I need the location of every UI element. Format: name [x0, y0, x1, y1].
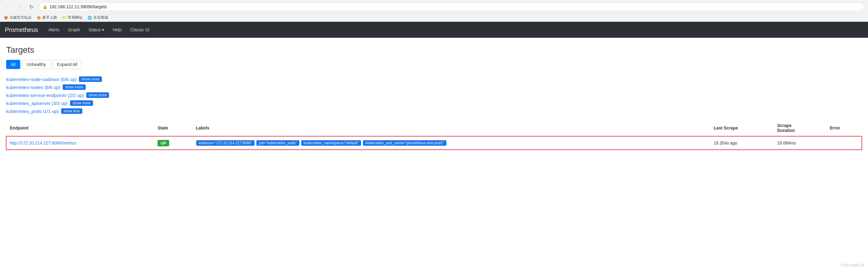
nav-item-graph[interactable]: Graph	[64, 23, 85, 37]
filter-all-button[interactable]: All	[6, 60, 20, 69]
target-group-pods-link[interactable]: kubernetes_pods (1/1 up)	[6, 109, 59, 114]
page-title: Targets	[6, 45, 862, 55]
target-group-service-endpoints: kubernetes-service-endpoints (2/2 up) sh…	[6, 92, 862, 98]
nav-link-help[interactable]: Help	[108, 23, 126, 37]
folder-icon: 📁	[62, 15, 67, 20]
service-endpoints-show-more-button[interactable]: show more	[86, 92, 109, 98]
table-header-row: Endpoint State Labels Last Scrape Scrape…	[6, 120, 862, 136]
bookmark-jd[interactable]: 🌐 京东商城	[88, 15, 108, 20]
cell-state: UP	[154, 136, 192, 150]
bookmark-firefox[interactable]: 🦊 火狐官方站点	[4, 15, 32, 20]
bookmark-label: 京东商城	[93, 15, 108, 20]
firefox-icon: 🦊	[4, 15, 8, 20]
col-header-endpoint: Endpoint	[6, 120, 154, 136]
nav-link-classic-ui[interactable]: Classic UI	[126, 23, 154, 37]
reload-button[interactable]: ↻	[27, 2, 36, 11]
bookmark-common[interactable]: 📁 常用网址	[62, 15, 83, 20]
nav-item-alerts[interactable]: Alerts	[44, 23, 64, 37]
table-row: http://172.20.214.227:8080/metrics UP in…	[6, 136, 862, 150]
filter-unhealthy-button[interactable]: Unhealthy	[22, 60, 51, 69]
cell-endpoint: http://172.20.214.227:8080/metrics	[6, 136, 154, 150]
bookmark-newbie[interactable]: 🔶 新手上路	[36, 15, 57, 20]
back-button[interactable]: ←	[4, 2, 12, 11]
nav-link-graph[interactable]: Graph	[64, 23, 85, 37]
nav-link-status[interactable]: Status ▾	[85, 23, 109, 37]
cell-scrape-duration: 18.684ms	[773, 136, 826, 150]
pods-show-less-button[interactable]: show less	[61, 108, 82, 114]
target-group-cadvisor: kubernetes-node-cadvisor (6/6 up) show m…	[6, 76, 862, 82]
cell-error	[826, 136, 862, 150]
table-body: http://172.20.214.227:8080/metrics UP in…	[6, 136, 862, 150]
table-header: Endpoint State Labels Last Scrape Scrape…	[6, 120, 862, 136]
jd-icon: 🌐	[88, 15, 92, 20]
nav-item-help[interactable]: Help	[108, 23, 126, 37]
bookmarks-bar: 🦊 火狐官方站点 🔶 新手上路 📁 常用网址 🌐 京东商城	[0, 13, 868, 22]
navbar: Prometheus Alerts Graph Status ▾ Help Cl…	[0, 22, 868, 38]
target-group-cadvisor-link[interactable]: kubernetes-node-cadvisor (6/6 up)	[6, 77, 76, 82]
address-bar[interactable]: 🔒 192.168.122.11:39090/targets	[39, 2, 864, 11]
label-tag-pod-name: kubernetes_pod_name="prometheus-test-pod…	[363, 140, 446, 146]
security-icon: 🔒	[43, 5, 48, 9]
main-content: Targets All Unhealthy Expand All kuberne…	[0, 38, 868, 157]
filter-bar: All Unhealthy Expand All	[6, 60, 862, 69]
apiserver-show-more-button[interactable]: show more	[70, 100, 93, 106]
bookmark-label: 常用网址	[68, 15, 83, 20]
target-group-nodes-link[interactable]: kubernetes-nodes (6/6 up)	[6, 85, 60, 90]
state-badge: UP	[157, 140, 169, 146]
bookmark-label: 新手上路	[42, 15, 57, 20]
label-tag-instance: instance="172.20.214.227:8080"	[196, 140, 254, 146]
browser-chrome: ← → ↻ 🔒 192.168.122.11:39090/targets 🦊 火…	[0, 0, 868, 22]
target-group-apiserver: kubernetes_apiserver (3/3 up) show more	[6, 100, 862, 106]
target-group-nodes: kubernetes-nodes (6/6 up) show more	[6, 85, 862, 90]
nodes-show-more-button[interactable]: show more	[63, 85, 86, 90]
address-text: 192.168.122.11:39090/targets	[50, 4, 107, 9]
forward-button[interactable]: →	[16, 2, 24, 11]
col-header-state: State	[154, 120, 192, 136]
nav-item-status[interactable]: Status ▾	[85, 23, 109, 37]
cell-last-scrape: 16.354s ago	[710, 136, 773, 150]
navbar-links: Alerts Graph Status ▾ Help Classic UI	[44, 23, 154, 37]
endpoint-link[interactable]: http://172.20.214.227:8080/metrics	[10, 140, 76, 145]
cadvisor-show-more-button[interactable]: show more	[79, 76, 102, 82]
navbar-brand[interactable]: Prometheus	[5, 26, 38, 33]
target-group-apiserver-link[interactable]: kubernetes_apiserver (3/3 up)	[6, 101, 67, 106]
bookmark-label: 火狐官方站点	[9, 15, 32, 20]
col-header-last-scrape: Last Scrape	[710, 120, 773, 136]
col-header-scrape-duration: ScrapeDuration	[773, 120, 826, 136]
nav-link-alerts[interactable]: Alerts	[44, 23, 64, 37]
label-tag-namespace: kubernetes_namespace="default"	[301, 140, 361, 146]
col-header-labels: Labels	[192, 120, 710, 136]
browser-toolbar: ← → ↻ 🔒 192.168.122.11:39090/targets	[0, 0, 868, 13]
nav-item-classic-ui[interactable]: Classic UI	[126, 23, 154, 37]
target-group-service-endpoints-link[interactable]: kubernetes-service-endpoints (2/2 up)	[6, 93, 84, 98]
cell-labels: instance="172.20.214.227:8080" job="kube…	[192, 136, 710, 150]
target-group-pods: kubernetes_pods (1/1 up) show less	[6, 108, 862, 114]
target-list: kubernetes-node-cadvisor (6/6 up) show m…	[6, 76, 862, 114]
targets-table: Endpoint State Labels Last Scrape Scrape…	[6, 120, 862, 150]
filter-expand-all-button[interactable]: Expand All	[53, 60, 82, 69]
label-tag-job: job="kubernetes_pods"	[256, 140, 299, 146]
newbie-icon: 🔶	[36, 15, 41, 20]
labels-container: instance="172.20.214.227:8080" job="kube…	[195, 140, 706, 146]
col-header-error: Error	[826, 120, 862, 136]
